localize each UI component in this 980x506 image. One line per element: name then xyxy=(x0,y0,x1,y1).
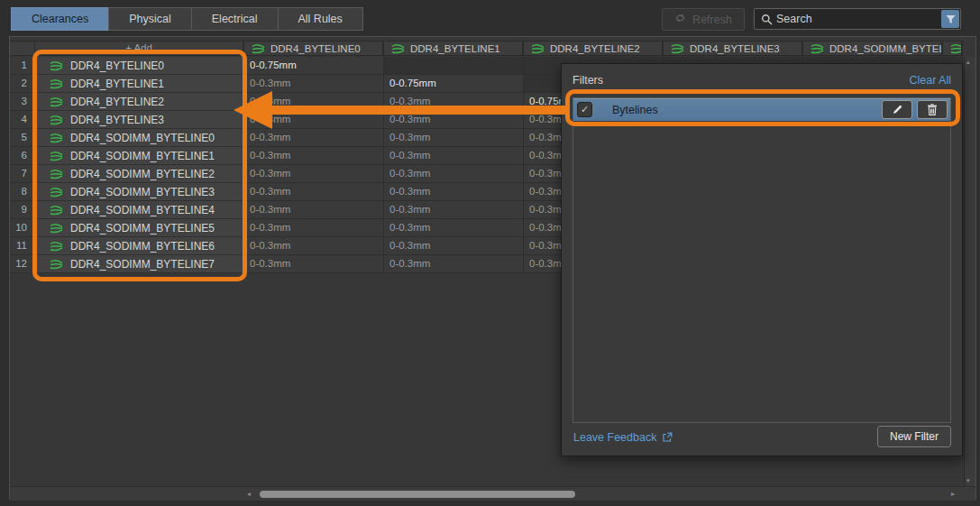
net-class-icon xyxy=(50,205,63,216)
net-class-icon xyxy=(391,43,405,54)
scroll-up-icon[interactable]: ▴ xyxy=(966,59,970,66)
column-header[interactable]: DDR4_BYTELINE0 xyxy=(244,41,384,55)
net-class-icon xyxy=(50,241,63,252)
clearance-cell[interactable]: 0-0.3mm xyxy=(384,237,524,255)
net-class-icon xyxy=(811,43,824,54)
net-class-name: DDR4_BYTELINE2 xyxy=(70,96,164,108)
clear-all-link[interactable]: Clear All xyxy=(909,74,951,87)
column-header-label: DDR4_BYTELINE0 xyxy=(270,43,361,54)
external-link-icon xyxy=(662,432,673,443)
net-class-cell[interactable]: DDR4_SODIMM_BYTELINE0 xyxy=(35,129,244,147)
clearance-cell[interactable]: 0-0.3mm xyxy=(384,201,524,219)
net-class-cell[interactable]: DDR4_SODIMM_BYTELINE1 xyxy=(35,147,244,165)
clearance-cell[interactable]: 0-0.3mm xyxy=(244,147,384,165)
horizontal-scrollbar[interactable]: ◂ ▸ xyxy=(10,486,975,501)
tab-all-rules[interactable]: All Rules xyxy=(278,7,363,31)
column-header-label: DDR4_BYTELINE3 xyxy=(690,43,780,54)
scroll-down-icon[interactable]: ▾ xyxy=(966,477,970,484)
vertical-scrollbar[interactable]: ▴ ▾ xyxy=(964,57,975,486)
column-header[interactable]: DDR4_BYTELINE3 xyxy=(664,41,803,55)
leave-feedback-link[interactable]: Leave Feedback xyxy=(573,431,673,444)
clearance-cell[interactable]: 0-0.3mm xyxy=(244,201,384,219)
tab-electrical[interactable]: Electrical xyxy=(191,7,279,31)
tab-clearances[interactable]: Clearances xyxy=(11,7,109,31)
net-class-cell[interactable]: DDR4_SODIMM_BYTELINE2 xyxy=(35,165,244,183)
tab-physical[interactable]: Physical xyxy=(108,7,192,31)
column-header[interactable] xyxy=(943,41,963,55)
clearance-cell[interactable]: 0-0.3mm xyxy=(244,129,384,147)
clearance-cell[interactable]: 0-0.75mm xyxy=(384,75,524,93)
new-filter-button[interactable]: New Filter xyxy=(877,426,951,447)
net-class-cell[interactable]: DDR4_BYTELINE3 xyxy=(35,111,244,129)
filter-name: Bytelines xyxy=(612,104,658,116)
net-class-icon xyxy=(50,97,63,107)
net-class-cell[interactable]: DDR4_SODIMM_BYTELINE5 xyxy=(35,219,244,237)
clearance-cell[interactable]: 0-0.3mm xyxy=(384,129,524,147)
clearance-cell[interactable]: 0-0.3mm xyxy=(384,255,524,273)
row-number: 12 xyxy=(10,255,35,273)
column-header[interactable]: DDR4_SODIMM_BYTELI xyxy=(803,41,943,55)
net-class-name: DDR4_SODIMM_BYTELINE4 xyxy=(70,204,215,216)
horizontal-scroll-thumb[interactable] xyxy=(260,491,575,498)
clearance-cell[interactable]: 0-0.3mm xyxy=(384,165,524,183)
clearance-cell[interactable]: 0-0.3mm xyxy=(384,93,524,111)
clearance-cell[interactable]: 0-0.75mm xyxy=(244,57,384,75)
net-class-cell[interactable]: DDR4_SODIMM_BYTELINE4 xyxy=(35,201,244,219)
row-number: 4 xyxy=(10,111,35,129)
net-class-icon xyxy=(50,60,63,71)
net-class-name: DDR4_SODIMM_BYTELINE5 xyxy=(70,222,215,235)
column-header[interactable]: DDR4_BYTELINE2 xyxy=(524,41,664,55)
delete-filter-button[interactable] xyxy=(917,100,948,119)
search-box[interactable] xyxy=(754,8,961,30)
scroll-right-icon[interactable]: ▸ xyxy=(951,487,955,501)
clearance-cell[interactable]: 0-0.3mm xyxy=(244,75,384,93)
net-class-cell[interactable]: DDR4_SODIMM_BYTELINE3 xyxy=(35,183,244,201)
matrix-header-row: + AddDDR4_BYTELINE0DDR4_BYTELINE1DDR4_BY… xyxy=(10,41,963,56)
column-header-label: DDR4_BYTELINE1 xyxy=(410,43,500,54)
filter-checkbox[interactable]: ✓ xyxy=(577,102,592,117)
net-class-name: DDR4_SODIMM_BYTELINE6 xyxy=(70,240,215,253)
net-class-name: DDR4_BYTELINE3 xyxy=(70,114,164,126)
net-class-cell[interactable]: DDR4_BYTELINE1 xyxy=(35,75,244,93)
clearance-cell[interactable]: 0-0.3mm xyxy=(244,237,384,255)
net-class-cell[interactable]: DDR4_BYTELINE2 xyxy=(35,93,244,111)
column-header-label: DDR4_BYTELINE2 xyxy=(550,43,640,54)
grid-corner-cell xyxy=(10,41,35,55)
net-class-name: DDR4_BYTELINE1 xyxy=(70,78,164,90)
clearance-cell[interactable]: 0-0.3mm xyxy=(384,219,524,237)
scroll-left-icon[interactable]: ◂ xyxy=(247,487,251,501)
net-class-cell[interactable]: DDR4_SODIMM_BYTELINE6 xyxy=(35,237,244,255)
column-header-label: DDR4_SODIMM_BYTELI xyxy=(829,43,943,54)
clearance-cell[interactable] xyxy=(384,57,524,75)
net-class-name: DDR4_SODIMM_BYTELINE0 xyxy=(70,132,215,144)
net-class-name: DDR4_SODIMM_BYTELINE2 xyxy=(70,168,215,180)
add-column-header[interactable]: + Add xyxy=(35,41,244,55)
leave-feedback-label: Leave Feedback xyxy=(573,431,656,444)
refresh-button[interactable]: Refresh xyxy=(662,8,745,31)
clearance-cell[interactable]: 0-0.3mm xyxy=(384,183,524,201)
row-number: 8 xyxy=(10,183,35,201)
clearance-cell[interactable]: 0-0.3mm xyxy=(244,93,384,111)
clearance-cell[interactable]: 0-0.3mm xyxy=(244,219,384,237)
net-class-cell[interactable]: DDR4_BYTELINE0 xyxy=(35,57,244,75)
clearance-cell[interactable]: 0-0.3mm xyxy=(384,111,524,129)
clearance-cell[interactable]: 0-0.3mm xyxy=(244,255,384,273)
clearance-cell[interactable]: 0-0.3mm xyxy=(384,147,524,165)
net-class-icon xyxy=(50,169,63,179)
clearance-cell[interactable]: 0-0.3mm xyxy=(244,111,384,129)
net-class-icon xyxy=(50,151,63,161)
clearance-cell[interactable]: 0-0.3mm xyxy=(244,183,384,201)
filter-funnel-button[interactable] xyxy=(941,10,959,28)
refresh-label: Refresh xyxy=(692,14,732,26)
filter-item[interactable]: ✓Bytelines xyxy=(573,98,950,121)
net-class-icon xyxy=(50,223,63,234)
edit-filter-button[interactable] xyxy=(882,100,912,119)
row-number: 11 xyxy=(10,237,35,255)
net-class-cell[interactable]: DDR4_SODIMM_BYTELINE7 xyxy=(35,255,244,273)
net-class-icon xyxy=(50,78,63,89)
column-header[interactable]: DDR4_BYTELINE1 xyxy=(384,41,524,55)
net-class-icon xyxy=(50,259,63,270)
rules-editor-window: ClearancesPhysicalElectricalAll Rules Re… xyxy=(0,0,980,506)
clearance-cell[interactable]: 0-0.3mm xyxy=(244,165,384,183)
search-input[interactable] xyxy=(776,13,941,25)
